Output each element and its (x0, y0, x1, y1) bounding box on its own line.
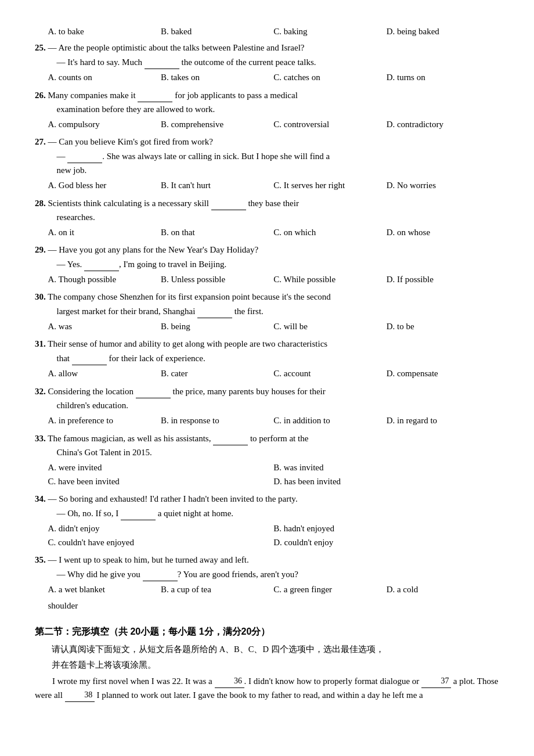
q28-opt-c: C. on which (273, 225, 386, 239)
q29-opt-d: D. If possible (387, 272, 499, 286)
q28-opt-b: B. on that (161, 225, 273, 239)
question-35: 35. — I went up to speak to him, but he … (35, 553, 499, 613)
q31-opt-b: B. cater (161, 366, 273, 380)
exam-content: A. to bake B. baked C. baking D. being b… (35, 24, 499, 702)
q25-blank (145, 55, 179, 69)
q26-opt-a: A. compulsory (48, 117, 161, 131)
q25-opt-a: A. counts on (48, 70, 161, 84)
q32-options: A. in preference to B. in response to C.… (35, 413, 499, 427)
q32-opt-d: D. in regard to (387, 413, 499, 427)
q29-blank (84, 257, 119, 271)
q34-line2: — Oh, no. If so, I a quiet night at home… (35, 506, 499, 520)
q29-line2: — Yes. , I'm going to travel in Beijing. (35, 257, 499, 271)
q31-opt-d: D. compensate (387, 366, 499, 380)
q33-opt-a: A. were invited (48, 460, 274, 474)
top-options-line: A. to bake B. baked C. baking D. being b… (35, 24, 499, 38)
q27-blank (67, 149, 102, 163)
q32-blank (136, 384, 171, 398)
q35-line1: 35. — I went up to speak to him, but he … (35, 553, 499, 567)
q30-blank (197, 304, 232, 318)
blank-36: 36 (215, 675, 244, 688)
q35-opt-b: B. a cup of tea (161, 582, 273, 596)
option-b-baked: B. baked (161, 24, 273, 38)
q31-opt-a: A. allow (48, 366, 161, 380)
question-28: 28. Scientists think calculating is a ne… (35, 196, 499, 239)
q32-opt-c: C. in addition to (273, 413, 386, 427)
question-29: 29. — Have you got any plans for the New… (35, 243, 499, 286)
q25-options: A. counts on B. takes on C. catches on D… (35, 70, 499, 84)
q29-opt-a: A. Though possible (48, 272, 161, 286)
q33-opt-d: D. has been invited (273, 474, 499, 488)
q27-opt-c: C. It serves her right (273, 178, 386, 192)
q28-opt-a: A. on it (48, 225, 161, 239)
q25-opt-d: D. turns on (387, 70, 499, 84)
q25-line1: 25. — Are the people optimistic about th… (35, 41, 499, 55)
option-c-baking: C. baking (273, 24, 386, 38)
q27-line2: — . She was always late or calling in si… (35, 149, 499, 163)
q35-opt-d: D. a cold (387, 582, 499, 596)
q35-last-word: shoulder (35, 599, 499, 613)
q26-line2: examination before they are allowed to w… (35, 102, 499, 116)
q31-options: A. allow B. cater C. account D. compensa… (35, 366, 499, 380)
option-d-beingbaked: D. being baked (387, 24, 499, 38)
q34-blank (121, 506, 156, 520)
q30-options: A. was B. being C. will be D. to be (35, 319, 499, 333)
q29-line1: 29. — Have you got any plans for the New… (35, 243, 499, 257)
passage-paragraph1: I wrote my first novel when I was 22. It… (35, 674, 499, 702)
q27-options: A. God bless her B. It can't hurt C. It … (35, 178, 499, 192)
section2-intro1: 请认真阅读下面短文，从短文后各题所给的 A、B、C、D 四个选项中，选出最佳选项… (35, 643, 499, 656)
q35-opt-c: C. a green finger (273, 582, 386, 596)
q34-options: A. didn't enjoy B. hadn't enjoyed C. cou… (35, 521, 499, 549)
q33-options: A. were invited B. was invited C. have b… (35, 460, 499, 488)
q32-opt-b: B. in response to (161, 413, 273, 427)
q30-opt-c: C. will be (273, 319, 386, 333)
question-32: 32. Considering the location the price, … (35, 384, 499, 427)
q31-line1: 31. Their sense of humor and ability to … (35, 337, 499, 351)
question-33: 33. The famous magician, as well as his … (35, 431, 499, 488)
q32-line1: 32. Considering the location the price, … (35, 384, 499, 398)
section2-intro2: 并在答题卡上将该项涂黑。 (35, 658, 499, 672)
question-27: 27. — Can you believe Kim's got fired fr… (35, 135, 499, 192)
q27-opt-b: B. It can't hurt (161, 178, 273, 192)
q27-line1: 27. — Can you believe Kim's got fired fr… (35, 135, 499, 149)
question-25: 25. — Are the people optimistic about th… (35, 41, 499, 84)
question-30: 30. The company chose Shenzhen for its f… (35, 290, 499, 333)
q35-blank (143, 567, 178, 581)
option-a-tobake: A. to bake (48, 24, 161, 38)
q30-opt-b: B. being (161, 319, 273, 333)
q28-blank (211, 196, 246, 210)
q28-line1: 28. Scientists think calculating is a ne… (35, 196, 499, 210)
q26-blank (138, 88, 172, 102)
q25-opt-c: C. catches on (273, 70, 386, 84)
q28-opt-d: D. on whose (387, 225, 499, 239)
q32-opt-a: A. in preference to (48, 413, 161, 427)
q26-line1: 26. Many companies make it for job appli… (35, 88, 499, 102)
q35-line2: — Why did he give you ? You are good fri… (35, 567, 499, 581)
q34-line1: 34. — So boring and exhausted! I'd rathe… (35, 492, 499, 506)
q34-opt-a: A. didn't enjoy (48, 521, 274, 535)
q34-opt-c: C. couldn't have enjoyed (48, 535, 274, 549)
q26-opt-d: D. contradictory (387, 117, 499, 131)
q31-line2: that for their lack of experience. (35, 351, 499, 365)
q28-line2: researches. (35, 210, 499, 224)
section2-header: 第二节：完形填空（共 20小题；每小题 1分，满分20分） (35, 624, 499, 639)
q25-opt-b: B. takes on (161, 70, 273, 84)
q30-line2: largest market for their brand, Shanghai… (35, 304, 499, 318)
q26-opt-c: C. controversial (273, 117, 386, 131)
question-34: 34. — So boring and exhausted! I'd rathe… (35, 492, 499, 549)
q29-opt-b: B. Unless possible (161, 272, 273, 286)
q29-options: A. Though possible B. Unless possible C.… (35, 272, 499, 286)
q33-line2: China's Got Talent in 2015. (35, 445, 499, 459)
q35-opt-a: A. a wet blanket (48, 582, 161, 596)
q33-line1: 33. The famous magician, as well as his … (35, 431, 499, 445)
q34-opt-d: D. couldn't enjoy (273, 535, 499, 549)
blank-38: 38 (65, 689, 95, 702)
question-26: 26. Many companies make it for job appli… (35, 88, 499, 131)
q30-line1: 30. The company chose Shenzhen for its f… (35, 290, 499, 304)
q32-line2: children's education. (35, 398, 499, 412)
q35-options: A. a wet blanket B. a cup of tea C. a gr… (35, 582, 499, 596)
q26-opt-b: B. comprehensive (161, 117, 273, 131)
blank-37: 37 (421, 675, 451, 688)
q33-blank (213, 431, 248, 445)
q26-options: A. compulsory B. comprehensive C. contro… (35, 117, 499, 131)
